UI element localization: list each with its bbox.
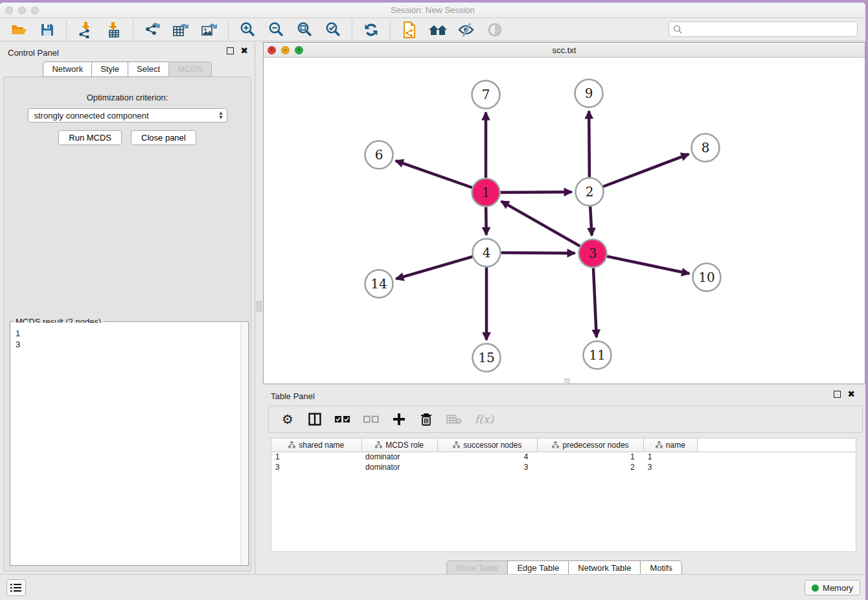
table-panel-title: Table Panel (271, 391, 315, 401)
select-all-icon[interactable] (335, 411, 350, 427)
zoom-fit-icon[interactable] (295, 20, 314, 40)
edge-1-2[interactable] (501, 192, 572, 192)
import-table-icon[interactable] (104, 20, 124, 40)
save-session-icon[interactable] (38, 20, 57, 40)
optimization-dropdown[interactable]: strongly connected component ▲▼ (28, 108, 227, 122)
run-mcds-button[interactable]: Run MCDS (58, 130, 122, 145)
close-panel-button[interactable]: Close panel (131, 130, 196, 145)
node-table: shared nameMCDS rolesuccessor nodesprede… (271, 438, 856, 552)
network-resize-grip[interactable] (564, 378, 570, 383)
table-cell[interactable]: 3 (644, 462, 697, 472)
column-header-shared-name[interactable]: shared name (271, 439, 361, 452)
graph-node-10[interactable]: 10 (693, 264, 721, 292)
table-cell[interactable]: 3 (271, 462, 361, 472)
table-cell[interactable]: dominator (361, 462, 437, 472)
graph-node-6[interactable]: 6 (365, 141, 393, 169)
graph-node-7[interactable]: 7 (472, 81, 500, 109)
edge-3-10[interactable] (607, 257, 689, 274)
node-label: 10 (698, 270, 714, 285)
birds-eye-view-icon[interactable] (485, 20, 505, 40)
zoom-out-icon[interactable] (266, 20, 286, 40)
edge-2-9[interactable] (589, 111, 589, 178)
chevron-up-down-icon: ▲▼ (218, 111, 224, 120)
graph-node-2[interactable]: 2 (576, 178, 604, 206)
table-toolbar: ⚙ f(x) (268, 406, 863, 433)
table-cell[interactable] (697, 462, 856, 472)
edge-3-1[interactable] (501, 202, 580, 246)
refresh-icon[interactable] (361, 20, 381, 40)
network-canvas[interactable]: 7968124314101511 (264, 58, 865, 384)
network-window-titlebar[interactable]: ✕ − + scc.txt (264, 43, 865, 58)
edge-1-6[interactable] (396, 161, 472, 187)
deselect-all-icon[interactable] (363, 411, 379, 427)
tab-network[interactable]: Network (43, 62, 92, 77)
tab-mcds[interactable]: MCDS (168, 62, 211, 77)
memory-button[interactable]: Memory (805, 580, 860, 595)
search-input[interactable] (685, 25, 857, 34)
close-panel-icon[interactable]: ✖ (240, 47, 248, 54)
edge-3-11[interactable] (593, 268, 597, 338)
graph-node-1[interactable]: 1 (472, 179, 500, 207)
table-cell[interactable]: 1 (537, 452, 643, 462)
result-scrollbar[interactable] (240, 323, 247, 564)
clone-network-icon[interactable] (400, 20, 419, 40)
close-table-panel-icon[interactable]: ✖ (847, 391, 855, 398)
tab-style[interactable]: Style (91, 62, 128, 77)
float-table-panel-icon[interactable] (834, 391, 841, 398)
divider-grip-icon[interactable] (257, 301, 262, 312)
show-columns-icon[interactable] (308, 411, 322, 427)
panel-divider[interactable] (255, 42, 263, 574)
hierarchy-icon (288, 441, 295, 448)
content-area: Control Panel ✖ NetworkStyleSelectMCDS O… (0, 42, 865, 574)
table-cell[interactable]: 1 (271, 452, 361, 462)
table-row[interactable]: 1dominator411 (271, 452, 856, 462)
graph-node-4[interactable]: 4 (473, 239, 501, 267)
zoom-in-icon[interactable] (238, 20, 257, 40)
table-cell[interactable] (697, 452, 856, 462)
memory-label: Memory (823, 583, 853, 593)
open-session-icon[interactable] (9, 20, 29, 40)
edge-2-8[interactable] (603, 154, 689, 187)
column-header-MCDS-role[interactable]: MCDS role (361, 439, 437, 452)
tab-select[interactable]: Select (128, 62, 169, 77)
home-networks-icon[interactable] (428, 20, 448, 40)
graph-node-3[interactable]: 3 (579, 240, 607, 268)
table-panel: Table Panel ✖ ⚙ (263, 386, 865, 574)
graph-node-15[interactable]: 15 (473, 344, 501, 372)
export-image-icon[interactable] (200, 20, 219, 40)
node-table-grid: shared nameMCDS rolesuccessor nodesprede… (271, 439, 856, 472)
graph-node-11[interactable]: 11 (584, 341, 611, 369)
show-hide-graphics-icon[interactable] (457, 20, 476, 40)
edge-4-14[interactable] (396, 257, 472, 279)
graph-node-8[interactable]: 8 (692, 134, 720, 162)
table-row[interactable]: 3dominator323 (271, 462, 856, 472)
table-cell[interactable]: 1 (644, 452, 697, 462)
graph-node-14[interactable]: 14 (365, 270, 393, 298)
table-cell[interactable]: dominator (361, 452, 437, 462)
export-table-icon[interactable] (171, 20, 190, 40)
add-row-plus-icon[interactable] (392, 411, 406, 427)
table-settings-gear-icon[interactable]: ⚙ (280, 411, 295, 427)
function-builder-icon: f(x) (475, 411, 494, 427)
task-history-button[interactable] (6, 579, 26, 596)
export-network-icon[interactable] (143, 20, 162, 40)
edge-2-3[interactable] (590, 207, 591, 236)
delete-trash-icon[interactable] (419, 411, 433, 427)
hierarchy-icon (656, 441, 663, 448)
table-cell[interactable]: 2 (537, 462, 643, 472)
edge-1-4[interactable] (486, 207, 486, 235)
table-body: 1dominator4113dominator323 (271, 452, 856, 472)
toolbar-search[interactable] (668, 21, 858, 37)
mcds-result-list[interactable]: 13 (11, 323, 240, 564)
import-network-icon[interactable] (76, 20, 95, 40)
column-header-predecessor-nodes[interactable]: predecessor nodes (537, 439, 643, 452)
table-cell[interactable]: 3 (437, 462, 537, 472)
zoom-selected-icon[interactable] (323, 20, 343, 40)
edge-4-3[interactable] (501, 253, 575, 253)
column-header-successor-nodes[interactable]: successor nodes (437, 439, 537, 452)
table-cell[interactable]: 4 (437, 452, 537, 462)
graph-node-9[interactable]: 9 (575, 80, 603, 108)
node-label: 15 (478, 350, 494, 365)
column-header-name[interactable]: name (644, 439, 697, 452)
float-panel-icon[interactable] (227, 47, 234, 54)
